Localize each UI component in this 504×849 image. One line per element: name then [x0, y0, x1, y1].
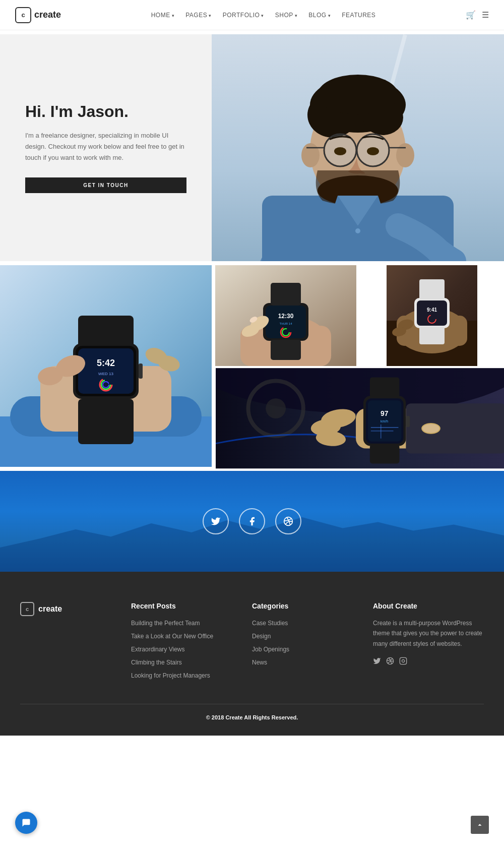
post-link-1[interactable]: Building the Perfect Team [131, 620, 200, 627]
watch-cell-3-svg: 97 km/h [216, 368, 504, 469]
recent-posts-list: Building the Perfect Team Take a Look at… [131, 618, 232, 680]
footer-recent-posts: Recent Posts Building the Perfect Team T… [131, 602, 232, 684]
footer-categories: Categories Case Studies Design Job Openi… [252, 602, 353, 684]
recent-posts-heading: Recent Posts [131, 602, 232, 610]
portfolio-cell-1[interactable]: 12:30 THUR 14 [214, 265, 358, 366]
list-item: Climbing the Stairs [131, 657, 232, 666]
hero-greeting: Hi. I'm Jason. [25, 102, 186, 121]
hero-text-panel: Hi. I'm Jason. I'm a freelance designer,… [0, 34, 212, 261]
copyright-text: © 2018 Create All Rights Reserved. [206, 714, 298, 720]
svg-rect-52 [271, 340, 301, 360]
facebook-icon[interactable] [239, 508, 265, 534]
about-text: Create is a multi-purpose WordPress them… [373, 618, 484, 649]
post-link-5[interactable]: Looking for Project Managers [131, 672, 210, 679]
menu-icon[interactable]: ☰ [482, 10, 489, 20]
twitter-icon[interactable] [203, 508, 229, 534]
svg-rect-84 [370, 445, 400, 464]
portfolio-cell-3[interactable]: 97 km/h [216, 368, 504, 469]
cat-link-2[interactable]: Design [252, 633, 271, 640]
svg-rect-37 [78, 399, 134, 444]
list-item: Building the Perfect Team [131, 618, 232, 627]
portfolio-cell-2[interactable]: 9:41 [360, 265, 504, 366]
post-link-4[interactable]: Climbing the Stairs [131, 659, 182, 666]
nav-home[interactable]: HOME [151, 12, 175, 19]
svg-text:12:30: 12:30 [278, 313, 294, 320]
svg-text:km/h: km/h [381, 419, 388, 423]
svg-point-11 [396, 143, 414, 167]
nav-shop[interactable]: SHOP [275, 12, 298, 19]
hero-image-panel [212, 34, 504, 261]
cat-link-1[interactable]: Case Studies [252, 620, 288, 627]
svg-text:THUR 14: THUR 14 [279, 322, 292, 325]
cart-icon[interactable]: 🛒 [466, 10, 476, 20]
svg-point-19 [334, 147, 346, 155]
post-link-3[interactable]: Extraordinary Views [131, 646, 185, 653]
nav-blog[interactable]: BLOG [308, 12, 331, 19]
footer-bottom: © 2018 Create All Rights Reserved. [20, 704, 484, 720]
svg-text:WED 13: WED 13 [98, 372, 113, 376]
footer-brand[interactable]: Create [225, 714, 242, 720]
logo-icon: c [15, 7, 31, 23]
hero-section: Hi. I'm Jason. I'm a freelance designer,… [0, 34, 504, 261]
footer-logo[interactable]: c create [20, 602, 111, 616]
dribbble-icon[interactable] [275, 508, 301, 534]
nav-links: HOME PAGES PORTFOLIO SHOP BLOG FEATURES [151, 12, 376, 19]
svg-text:5:42: 5:42 [97, 358, 115, 368]
svg-point-10 [301, 143, 320, 167]
list-item: News [252, 657, 353, 666]
footer-logo-col: c create [20, 602, 111, 684]
list-item: Case Studies [252, 618, 353, 627]
svg-rect-65 [419, 327, 445, 344]
portfolio-right-grid: 12:30 THUR 14 [212, 265, 504, 467]
post-link-2[interactable]: Take a Look at Our New Office [131, 633, 213, 640]
footer-social-icons [373, 657, 484, 666]
social-icons-group [203, 508, 301, 534]
svg-rect-30 [78, 348, 134, 394]
nav-pages[interactable]: PAGES [185, 12, 211, 19]
nav-features[interactable]: FEATURES [342, 12, 375, 19]
list-item: Take a Look at Our New Office [131, 631, 232, 640]
hero-description: I'm a freelance designer, specializing i… [25, 130, 186, 163]
cat-link-3[interactable]: Job Openings [252, 646, 289, 653]
categories-list: Case Studies Design Job Openings News [252, 618, 353, 666]
svg-point-20 [367, 147, 379, 155]
list-item: Job Openings [252, 644, 353, 653]
svg-point-22 [355, 228, 360, 233]
footer-logo-icon: c [20, 602, 34, 616]
about-heading: About Create [373, 602, 484, 610]
footer: c create Recent Posts Building the Perfe… [0, 572, 504, 736]
portfolio-section: 5:42 WED 13 [0, 265, 504, 467]
footer-grid: c create Recent Posts Building the Perfe… [20, 602, 484, 684]
navigation: c create HOME PAGES PORTFOLIO SHOP BLOG … [0, 0, 504, 30]
svg-rect-64 [419, 279, 445, 299]
svg-rect-82 [406, 416, 410, 427]
get-in-touch-button[interactable]: GET IN TOUCH [25, 177, 186, 193]
watch-large-svg: 5:42 WED 13 [0, 265, 212, 467]
svg-rect-61 [417, 300, 447, 326]
footer-about: About Create Create is a multi-purpose W… [373, 602, 484, 684]
portfolio-top-row: 12:30 THUR 14 [214, 265, 504, 366]
svg-rect-73 [406, 403, 504, 453]
svg-rect-51 [271, 283, 301, 306]
svg-rect-83 [370, 378, 400, 398]
categories-heading: Categories [252, 602, 353, 610]
footer-twitter-icon[interactable] [373, 657, 381, 666]
list-item: Extraordinary Views [131, 644, 232, 653]
footer-instagram-icon[interactable] [399, 657, 407, 666]
svg-rect-36 [139, 363, 143, 379]
nav-portfolio[interactable]: PORTFOLIO [223, 12, 264, 19]
list-item: Looking for Project Managers [131, 671, 232, 680]
nav-icons: 🛒 ☰ [466, 10, 489, 20]
watch-cell-1-svg: 12:30 THUR 14 [214, 265, 358, 366]
svg-text:97: 97 [381, 409, 389, 417]
watch-cell-2-svg: 9:41 [360, 265, 504, 366]
svg-point-71 [266, 398, 286, 418]
hero-person-svg [212, 34, 504, 261]
cat-link-4[interactable]: News [252, 659, 267, 666]
social-section [0, 471, 504, 572]
portfolio-large-image[interactable]: 5:42 WED 13 [0, 265, 212, 467]
logo[interactable]: c create [15, 7, 61, 23]
list-item: Design [252, 631, 353, 640]
footer-dribbble-icon[interactable] [386, 657, 394, 666]
svg-rect-92 [400, 658, 406, 664]
